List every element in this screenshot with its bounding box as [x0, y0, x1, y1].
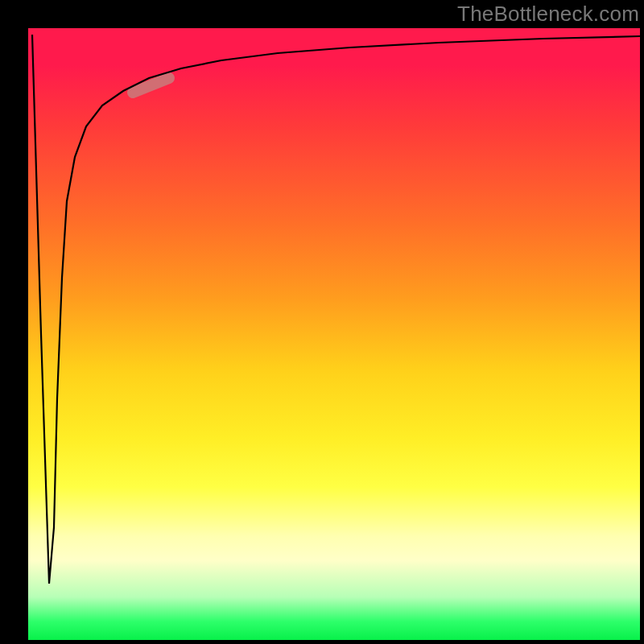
- curve-highlight-segment: [133, 78, 169, 93]
- watermark-text: TheBottleneck.com: [457, 2, 639, 27]
- bottleneck-curve-line: [32, 35, 640, 584]
- chart-container: TheBottleneck.com: [0, 0, 644, 644]
- chart-plot-area: [28, 28, 640, 640]
